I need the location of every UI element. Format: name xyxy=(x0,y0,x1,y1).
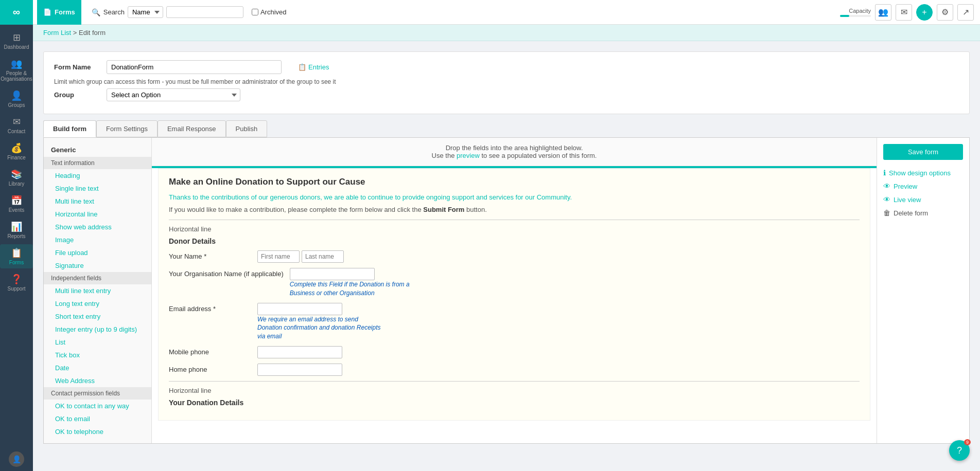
content-area: Form List > Edit form Form Name 📋 Entrie… xyxy=(33,25,980,471)
drop-hint: Drop the fields into the area highlighte… xyxy=(152,138,877,166)
left-panel: Generic Text information Heading Single … xyxy=(44,138,152,443)
sidebar-item-finance[interactable]: 💰 Finance xyxy=(0,139,33,164)
panel-item-multi-line-text-entry[interactable]: Multi line text entry xyxy=(44,284,151,297)
preview-link[interactable]: preview xyxy=(457,152,480,159)
sidebar-item-dashboard[interactable]: ⊞ Dashboard xyxy=(0,29,33,53)
email-field-group: We require an email address to send Dona… xyxy=(257,303,381,341)
independent-fields-header: Independent fields xyxy=(44,272,151,284)
panel-item-web-address[interactable]: Web Address xyxy=(44,374,151,387)
sidebar-item-label: Library xyxy=(9,181,25,187)
panel-item-integer-entry[interactable]: Integer entry (up to 9 digits) xyxy=(44,323,151,336)
archived-checkbox[interactable] xyxy=(252,9,258,15)
drop-hint-line2: Use the preview to see a populated versi… xyxy=(158,152,870,159)
org-hint: Complete this Field if the Donation is f… xyxy=(290,280,413,298)
sidebar-item-forms[interactable]: 📋 Forms xyxy=(0,244,33,268)
panel-item-list[interactable]: List xyxy=(44,336,151,349)
help-badge: 9 xyxy=(964,439,971,445)
forms-icon: 📄 xyxy=(43,8,51,16)
panel-item-image[interactable]: Image xyxy=(44,233,151,246)
mobile-input[interactable] xyxy=(257,346,342,358)
support-icon: ❓ xyxy=(11,274,22,285)
sidebar-item-support[interactable]: ❓ Support xyxy=(0,270,33,295)
entries-label: Entries xyxy=(308,63,329,71)
sidebar-item-label: Groups xyxy=(8,102,25,108)
field-row-name: Your Name * xyxy=(169,250,860,263)
live-icon: 👁 xyxy=(883,195,890,204)
delete-form-action[interactable]: 🗑 Delete form xyxy=(883,206,963,220)
user-avatar[interactable]: 👤 xyxy=(9,451,24,467)
sidebar-item-people[interactable]: 👥 People & Organisations xyxy=(0,55,33,85)
sidebar: ⊞ Dashboard 👥 People & Organisations 👤 G… xyxy=(0,25,33,471)
form-name-row: Form Name 📋 Entries xyxy=(54,60,959,74)
contact-icon: ✉ xyxy=(13,116,21,128)
mail-icon-btn[interactable]: ✉ xyxy=(896,4,912,21)
panel-item-long-text-entry[interactable]: Long text entry xyxy=(44,297,151,310)
search-filter-select[interactable]: Name xyxy=(128,6,163,18)
sidebar-item-groups[interactable]: 👤 Groups xyxy=(0,87,33,111)
tab-email-response[interactable]: Email Response xyxy=(157,120,226,137)
name-fields xyxy=(257,250,344,263)
panel-item-date[interactable]: Date xyxy=(44,361,151,374)
sidebar-item-label: People & Organisations xyxy=(1,70,32,82)
donor-details-title: Donor Details xyxy=(169,237,860,245)
form-name-input[interactable] xyxy=(107,60,282,74)
dashboard-icon: ⊞ xyxy=(13,32,21,43)
panel-item-show-web-address[interactable]: Show web address xyxy=(44,221,151,233)
people-icon-btn[interactable]: 👥 xyxy=(875,4,891,21)
panel-item-ok-email[interactable]: OK to email xyxy=(44,412,151,425)
forms-icon: 📋 xyxy=(11,247,22,259)
tab-build-form[interactable]: Build form xyxy=(43,120,96,137)
tab-form-settings[interactable]: Form Settings xyxy=(96,120,157,137)
help-icon: ? xyxy=(957,445,962,456)
panel-item-ok-telephone[interactable]: OK to telephone xyxy=(44,425,151,438)
group-select[interactable]: Select an Option xyxy=(107,88,240,101)
tab-publish[interactable]: Publish xyxy=(226,120,268,137)
panel-item-horizontal-line[interactable]: Horizontal line xyxy=(44,208,151,221)
org-input[interactable] xyxy=(290,268,375,280)
search-input[interactable] xyxy=(166,6,243,18)
live-label: Live view xyxy=(894,196,921,204)
sidebar-item-label: Events xyxy=(9,207,25,213)
panel-item-signature[interactable]: Signature xyxy=(44,259,151,272)
org-field-group: Complete this Field if the Donation is f… xyxy=(290,268,413,298)
horizontal-line-1 xyxy=(169,220,860,220)
text-info-header: Text information xyxy=(44,157,151,169)
sidebar-item-contact[interactable]: ✉ Contact xyxy=(0,113,33,137)
group-label: Group xyxy=(54,91,100,99)
panel-item-single-line-text[interactable]: Single line text xyxy=(44,182,151,195)
panel-item-short-text-entry[interactable]: Short text entry xyxy=(44,310,151,323)
home-phone-input[interactable] xyxy=(257,364,342,376)
preview-label: Preview xyxy=(894,183,917,190)
field-label-org: Your Organisation Name (if applicable) xyxy=(169,268,284,278)
events-icon: 📅 xyxy=(11,195,22,206)
horizontal-line-2 xyxy=(169,381,860,382)
help-button[interactable]: ? 9 xyxy=(949,440,970,461)
live-view-action[interactable]: 👁 Live view xyxy=(883,193,963,206)
panel-item-ok-contact-any[interactable]: OK to contact in any way xyxy=(44,400,151,412)
horizontal-line-label: Horizontal line xyxy=(169,225,860,233)
breadcrumb-list-link[interactable]: Form List xyxy=(43,29,71,37)
logout-icon-btn[interactable]: ↗ xyxy=(957,4,974,21)
save-form-button[interactable]: Save form xyxy=(883,144,963,160)
entries-link[interactable]: 📋 Entries xyxy=(298,63,329,71)
add-icon-btn[interactable]: + xyxy=(916,4,933,21)
panel-item-multi-line-text[interactable]: Multi line text xyxy=(44,195,151,208)
field-row-email: Email address * We require an email addr… xyxy=(169,303,860,341)
sidebar-item-events[interactable]: 📅 Events xyxy=(0,192,33,216)
first-name-input[interactable] xyxy=(257,250,300,263)
library-icon: 📚 xyxy=(11,169,22,180)
intro-para1: Thanks to the contributions of our gener… xyxy=(169,192,860,203)
email-input[interactable] xyxy=(257,303,342,315)
panel-item-tick-box[interactable]: Tick box xyxy=(44,349,151,361)
field-label-mobile: Mobile phone xyxy=(169,346,251,356)
show-design-options-action[interactable]: ℹ Show design options xyxy=(883,166,963,179)
preview-action[interactable]: 👁 Preview xyxy=(883,179,963,193)
sidebar-item-reports[interactable]: 📊 Reports xyxy=(0,218,33,242)
last-name-input[interactable] xyxy=(302,250,344,263)
sidebar-item-library[interactable]: 📚 Library xyxy=(0,166,33,190)
panel-item-file-upload[interactable]: File upload xyxy=(44,246,151,259)
delete-icon: 🗑 xyxy=(883,209,890,217)
settings-icon-btn[interactable]: ⚙ xyxy=(937,4,953,21)
top-navigation: ∞ 📄 Forms 🔍 Search Name Archived Capacit… xyxy=(0,0,980,25)
panel-item-heading[interactable]: Heading xyxy=(44,169,151,182)
